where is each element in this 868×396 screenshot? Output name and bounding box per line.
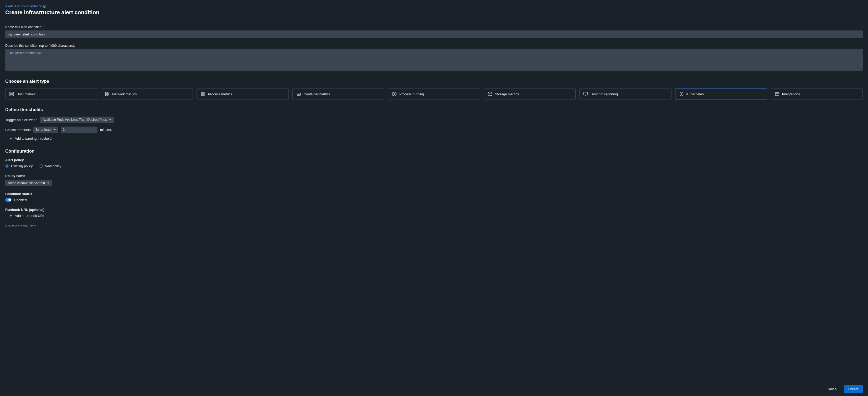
svg-rect-7 (105, 95, 107, 96)
create-button[interactable]: Create (844, 385, 863, 393)
svg-rect-19 (584, 92, 588, 95)
svg-rect-9 (201, 93, 205, 94)
condition-status-state: Enabled (14, 198, 27, 202)
server-icon (9, 92, 14, 96)
svg-point-23 (681, 94, 682, 95)
thresholds-heading: Define thresholds (5, 107, 863, 112)
condition-status-toggle[interactable] (5, 198, 11, 202)
alert-type-storage-metrics[interactable]: Storage metrics (484, 88, 576, 100)
alert-type-host-not-reporting[interactable]: Host not reporting (579, 88, 671, 100)
alert-type-label: Container metrics (304, 92, 331, 96)
alert-type-process-metrics[interactable]: Process metrics (196, 88, 288, 100)
api-docs-link[interactable]: Alerts API documentation (5, 4, 46, 8)
trigger-when-label: Trigger an alert when (5, 118, 37, 122)
svg-rect-16 (488, 93, 492, 96)
svg-line-0 (44, 5, 46, 7)
plus-icon (9, 214, 12, 218)
radio-unchecked-icon (39, 164, 42, 168)
condition-status-label: Condition status (5, 192, 863, 196)
trigger-metric-dropdown[interactable]: Available Pods Are Less Than Desired Pod… (40, 117, 114, 123)
alert-type-kubernetes[interactable]: Kubernetes (675, 88, 767, 100)
monitor-icon (583, 92, 588, 96)
alert-type-network-metrics[interactable]: Network metrics (101, 88, 193, 100)
alert-type-label: Host not reporting (591, 92, 618, 96)
critical-duration-value-input[interactable] (61, 127, 97, 133)
critical-duration-unit: minutes (100, 128, 112, 132)
footer-bar: Cancel Create (0, 382, 868, 396)
add-warning-threshold-link[interactable]: Add a warning threshold (9, 137, 52, 140)
add-runbook-url-link[interactable]: Add a runbook URL (9, 214, 45, 218)
existing-policy-radio[interactable]: Existing policy (5, 164, 33, 168)
grid-icon (105, 92, 110, 96)
runbook-label: Runbook URL (optional) (5, 208, 863, 212)
api-docs-link-label: Alerts API documentation (5, 4, 42, 8)
name-input[interactable] (5, 30, 863, 38)
alert-type-label: Integrations (782, 92, 800, 96)
alert-type-label: Host metrics (17, 92, 35, 96)
svg-rect-5 (105, 92, 107, 94)
window-icon (775, 92, 779, 96)
alert-policy-label: Alert policy (5, 158, 863, 162)
alert-type-label: Storage metrics (495, 92, 519, 96)
alert-type-label: Process running (399, 92, 424, 96)
external-link-icon (43, 5, 46, 8)
svg-rect-1 (10, 92, 14, 94)
svg-rect-8 (108, 95, 109, 96)
svg-rect-24 (775, 93, 779, 96)
violation-time-limit-label: Violation time limit (5, 224, 863, 228)
alert-type-label: Process metrics (208, 92, 232, 96)
alert-type-process-running[interactable]: Process running (388, 88, 480, 100)
hard-drive-icon (488, 92, 492, 96)
new-policy-radio[interactable]: New policy (39, 164, 61, 168)
critical-duration-mode-dropdown[interactable]: for at least (33, 127, 58, 133)
header-divider (0, 19, 868, 19)
page-title: Create infrastructure alert condition (5, 9, 863, 15)
radio-checked-icon (5, 164, 9, 168)
layers-icon (200, 92, 205, 96)
policy-name-dropdown[interactable]: AcmeTelcoMobileAndroid (5, 180, 52, 186)
cancel-button[interactable]: Cancel (823, 385, 841, 393)
critical-threshold-label: Critical threshold (5, 128, 31, 132)
alert-type-container-metrics[interactable]: Container metrics (292, 88, 384, 100)
alert-type-heading: Choose an alert type (5, 79, 863, 84)
svg-rect-10 (201, 95, 205, 96)
container-icon (296, 92, 301, 96)
alert-type-integrations[interactable]: Integrations (771, 88, 863, 100)
policy-name-label: Policy name (5, 174, 863, 178)
gear-icon (392, 92, 397, 96)
svg-rect-2 (10, 95, 14, 96)
alert-type-label: Kubernetes (686, 92, 704, 96)
svg-marker-22 (680, 92, 683, 96)
alert-type-host-metrics[interactable]: Host metrics (5, 88, 97, 100)
describe-textarea[interactable] (5, 49, 863, 71)
svg-point-15 (394, 94, 395, 95)
configuration-heading: Configuration (5, 148, 863, 154)
alert-type-label: Network metrics (112, 92, 136, 96)
name-field-label: Name this alert condition: * (5, 25, 863, 29)
svg-rect-6 (108, 92, 109, 94)
kubernetes-icon (679, 92, 684, 96)
describe-field-label: Describe this condition (up to 4,000 cha… (5, 44, 863, 47)
plus-icon (9, 137, 12, 140)
alert-type-grid: Host metrics Network metrics Process met… (5, 88, 863, 100)
